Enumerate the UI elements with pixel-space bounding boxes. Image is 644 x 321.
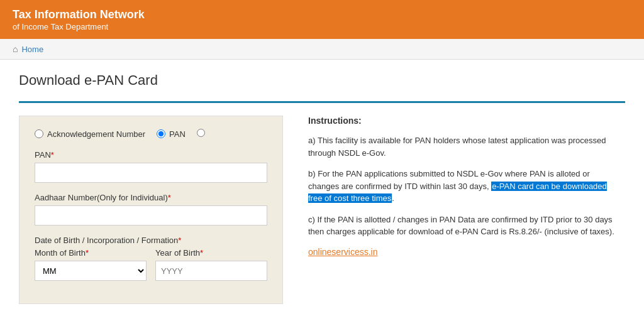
form-panel: Acknowledgement Number PAN PAN* (19, 116, 283, 304)
dob-group: Date of Birth / Incorporation / Formatio… (35, 236, 267, 281)
radio-pan-label: PAN (169, 129, 186, 139)
breadcrumb: ⌂ Home (0, 39, 644, 60)
radio-row: Acknowledgement Number PAN (35, 129, 267, 139)
page-title: Download e-PAN Card (19, 72, 625, 89)
dob-label: Date of Birth / Incorporation / Formatio… (35, 236, 267, 245)
year-label: Year of Birth* (155, 248, 267, 258)
date-row: Month of Birth* MM 01 02 03 04 05 06 07 … (35, 248, 267, 281)
instruction-a: a) This facility is available for PAN ho… (308, 134, 619, 159)
header-title-main: Tax Information Network (13, 8, 145, 22)
page-content: Download e-PAN Card Acknowledgement Numb… (0, 60, 644, 317)
main-layout: Acknowledgement Number PAN PAN* (19, 116, 625, 304)
header: Tax Information Network of Income Tax De… (0, 0, 644, 39)
external-link[interactable]: onlineservicess.in (308, 247, 378, 257)
month-label: Month of Birth* (35, 248, 147, 258)
pan-group: PAN* (35, 150, 267, 183)
divider (19, 101, 625, 103)
radio-extra-input[interactable] (197, 129, 205, 137)
link-container: onlineservicess.in (308, 247, 619, 257)
pan-input[interactable] (35, 163, 267, 183)
aadhaar-group: Aadhaar Number(Only for Individual)* (35, 193, 267, 226)
year-col: Year of Birth* (155, 248, 267, 281)
aadhaar-input[interactable] (35, 205, 267, 226)
extra-radio (197, 129, 205, 139)
radio-pan[interactable]: PAN (157, 129, 186, 139)
instruction-a-text: a) This facility is available for PAN ho… (308, 136, 606, 158)
radio-pan-input[interactable] (157, 129, 165, 138)
header-text: Tax Information Network of Income Tax De… (13, 8, 145, 31)
instructions-panel: Instructions: a) This facility is availa… (302, 116, 625, 257)
instruction-c-text: c) If the PAN is allotted / changes in P… (308, 215, 614, 237)
pan-label: PAN* (35, 150, 267, 160)
month-select[interactable]: MM 01 02 03 04 05 06 07 08 09 10 11 (35, 261, 147, 281)
instruction-b-after: . (392, 193, 394, 203)
header-title-sub: of Income Tax Department (13, 22, 145, 31)
radio-ack-label: Acknowledgement Number (47, 129, 145, 139)
radio-ack-input[interactable] (35, 129, 43, 138)
year-input[interactable] (155, 261, 267, 281)
home-icon: ⌂ (13, 44, 18, 54)
month-col: Month of Birth* MM 01 02 03 04 05 06 07 … (35, 248, 147, 281)
home-link[interactable]: Home (21, 45, 43, 54)
radio-acknowledgement[interactable]: Acknowledgement Number (35, 129, 145, 139)
instructions-title: Instructions: (308, 116, 619, 126)
instruction-c: c) If the PAN is allotted / changes in P… (308, 214, 619, 238)
instruction-b: b) For the PAN applications submitted to… (308, 168, 619, 205)
aadhaar-label: Aadhaar Number(Only for Individual)* (35, 193, 267, 202)
